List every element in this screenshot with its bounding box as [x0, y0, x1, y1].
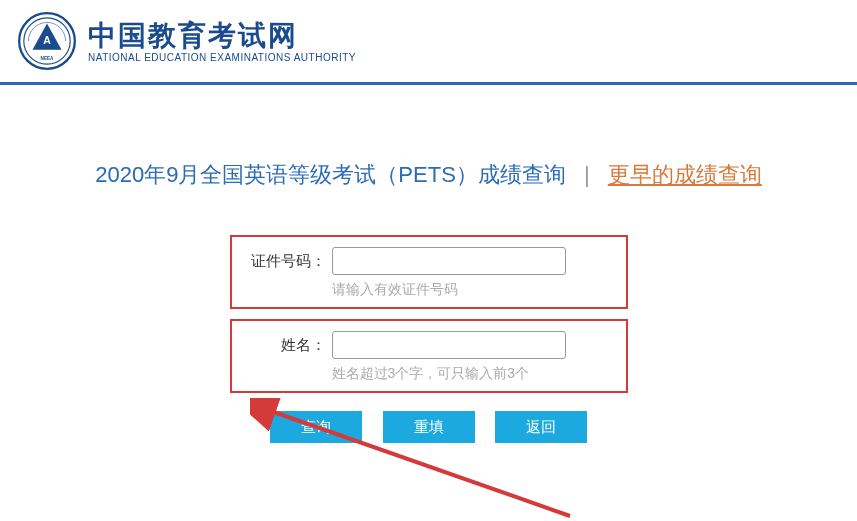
earlier-results-link[interactable]: 更早的成绩查询 — [608, 162, 762, 187]
site-title: 中国教育考试网 — [88, 19, 356, 53]
name-input[interactable] — [332, 331, 566, 359]
site-logo: A NEEA — [18, 12, 76, 70]
id-number-label: 证件号码： — [250, 252, 326, 271]
page-title-row: 2020年9月全国英语等级考试（PETS）成绩查询 | 更早的成绩查询 — [0, 160, 857, 190]
back-button[interactable]: 返回 — [495, 411, 587, 443]
main-content: 2020年9月全国英语等级考试（PETS）成绩查询 | 更早的成绩查询 证件号码… — [0, 85, 857, 443]
page-title: 2020年9月全国英语等级考试（PETS）成绩查询 — [95, 162, 566, 187]
site-header: A NEEA 中国教育考试网 NATIONAL EDUCATION EXAMIN… — [0, 0, 857, 85]
id-number-row: 证件号码： 请输入有效证件号码 — [230, 235, 628, 309]
title-separator: | — [584, 162, 590, 187]
id-number-input[interactable] — [332, 247, 566, 275]
reset-button[interactable]: 重填 — [383, 411, 475, 443]
site-subtitle: NATIONAL EDUCATION EXAMINATIONS AUTHORIT… — [88, 52, 356, 63]
site-title-block: 中国教育考试网 NATIONAL EDUCATION EXAMINATIONS … — [88, 19, 356, 64]
id-number-hint: 请输入有效证件号码 — [332, 281, 608, 299]
name-hint: 姓名超过3个字，可只输入前3个 — [332, 365, 608, 383]
name-label: 姓名： — [250, 336, 326, 355]
query-form: 证件号码： 请输入有效证件号码 姓名： 姓名超过3个字，可只输入前3个 查询 重… — [230, 235, 628, 443]
svg-text:NEEA: NEEA — [41, 56, 55, 61]
name-row: 姓名： 姓名超过3个字，可只输入前3个 — [230, 319, 628, 393]
svg-text:A: A — [43, 35, 51, 46]
button-row: 查询 重填 返回 — [230, 411, 628, 443]
query-button[interactable]: 查询 — [270, 411, 362, 443]
